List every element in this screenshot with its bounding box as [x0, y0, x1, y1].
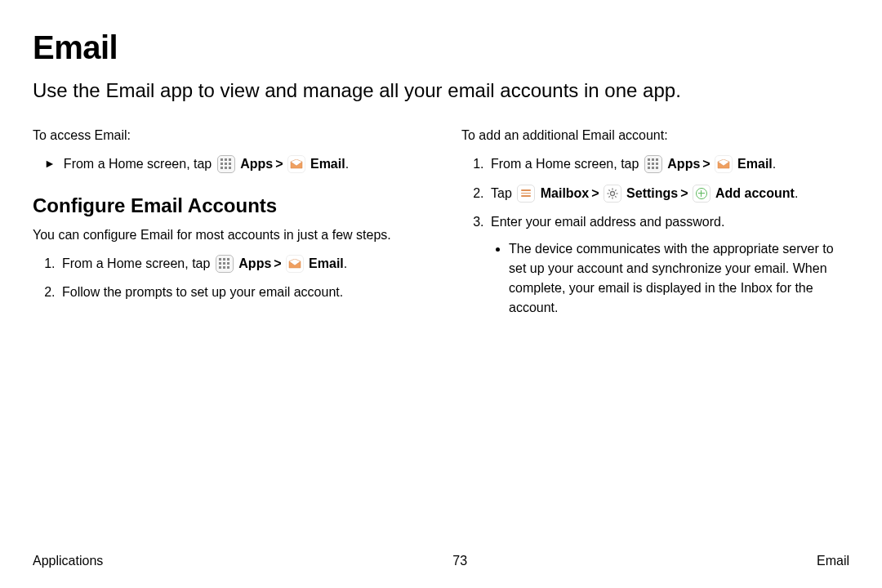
from-home-text: From a Home screen, tap — [64, 157, 216, 171]
apps-label: Apps — [238, 256, 271, 270]
settings-icon — [604, 185, 621, 203]
period: . — [773, 157, 776, 171]
footer-right: Email — [817, 554, 849, 568]
period: . — [345, 157, 349, 171]
email-icon — [715, 155, 733, 173]
svg-line-5 — [608, 189, 609, 190]
mailbox-icon — [517, 185, 535, 203]
access-label: To access Email: — [33, 126, 421, 145]
from-home-text: From a Home screen, tap — [62, 256, 214, 270]
svg-line-8 — [615, 189, 616, 190]
apps-icon — [216, 255, 234, 273]
right-column: To add an additional Email account: From… — [461, 126, 849, 326]
period: . — [344, 256, 347, 270]
email-icon — [287, 155, 305, 173]
config-description: You can configure Email for most account… — [33, 225, 421, 245]
email-label: Email — [309, 256, 344, 270]
apps-label: Apps — [240, 157, 273, 171]
access-step-text: From a Home screen, tap Apps> Email. — [64, 154, 349, 175]
apps-icon — [644, 155, 662, 173]
separator: > — [702, 157, 710, 171]
separator: > — [275, 157, 283, 171]
right-step-1: From a Home screen, tap Apps> Email. — [488, 154, 849, 175]
separator: > — [591, 186, 599, 200]
footer-left: Applications — [33, 554, 103, 568]
add-icon — [693, 185, 710, 203]
email-label: Email — [310, 157, 345, 171]
footer-page-number: 73 — [452, 554, 467, 568]
left-steps-list: From a Home screen, tap Apps> Email. Fol… — [33, 253, 421, 303]
apps-label: Apps — [667, 157, 700, 171]
add-account-label-text: Add account — [715, 186, 795, 200]
from-home-text: From a Home screen, tap — [491, 157, 643, 171]
right-step-3: Enter your email address and password. T… — [488, 212, 849, 318]
tap-word: Tap — [491, 186, 515, 200]
email-label: Email — [737, 157, 773, 171]
svg-point-0 — [610, 191, 614, 195]
step3-text: Enter your email address and password. — [491, 215, 724, 229]
right-sublist: The device communicates with the appropr… — [491, 239, 849, 318]
apps-icon — [217, 155, 235, 173]
add-account-label: To add an additional Email account: — [461, 126, 849, 145]
right-sub-bullet: The device communicates with the appropr… — [509, 239, 849, 318]
left-column: To access Email: ► From a Home screen, t… — [33, 126, 421, 326]
triangle-bullet-icon: ► — [44, 154, 56, 173]
access-step: ► From a Home screen, tap Apps> Email. — [33, 154, 421, 175]
right-steps-list: From a Home screen, tap Apps> Email. Tap… — [461, 154, 849, 318]
svg-line-6 — [615, 196, 616, 197]
svg-line-7 — [608, 196, 609, 197]
left-step-1: From a Home screen, tap Apps> Email. — [59, 253, 421, 274]
separator: > — [274, 256, 281, 270]
page-title: Email — [33, 29, 849, 66]
settings-label: Settings — [626, 186, 678, 200]
section-heading: Configure Email Accounts — [33, 194, 421, 217]
left-step-2: Follow the prompts to set up your email … — [59, 282, 421, 303]
page-intro: Use the Email app to view and manage all… — [33, 78, 849, 103]
period: . — [795, 186, 798, 200]
content-columns: To access Email: ► From a Home screen, t… — [33, 126, 849, 326]
email-icon — [286, 255, 304, 273]
mailbox-label: Mailbox — [541, 186, 590, 200]
right-step-2: Tap Mailbox> Settings> Add account. — [488, 183, 849, 204]
page-footer: Applications 73 Email — [33, 554, 849, 568]
separator: > — [680, 186, 688, 200]
